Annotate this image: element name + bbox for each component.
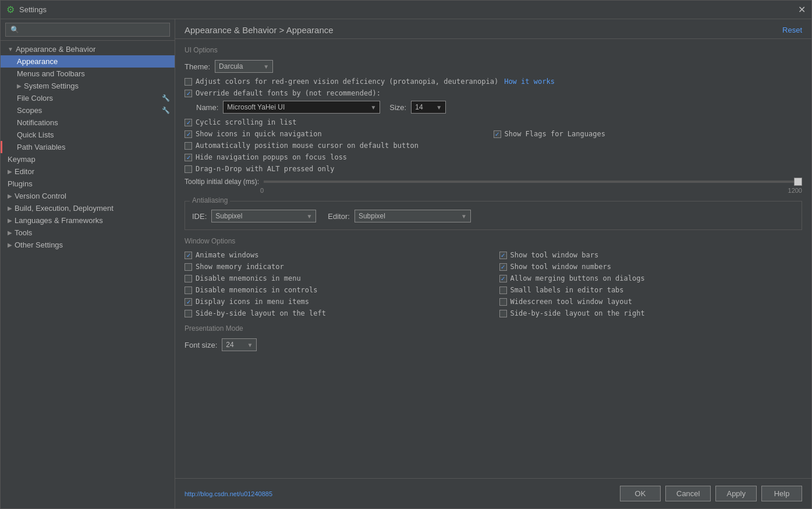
expand-arrow: ▶ — [17, 83, 22, 89]
sidebar-item-tools[interactable]: ▶ Tools — [1, 227, 175, 239]
sidebar-item-appearance[interactable]: Appearance — [1, 55, 175, 68]
sidebar-item-quick-lists[interactable]: Quick Lists — [1, 129, 175, 141]
ok-button[interactable]: OK — [620, 486, 661, 501]
reset-link[interactable]: Reset — [782, 26, 802, 34]
sidebar-item-scopes[interactable]: Scopes 🔧 — [1, 104, 175, 116]
merging-buttons-row[interactable]: ✓ Allow merging buttons on dialogs — [499, 274, 803, 282]
font-size-value: 14 — [415, 103, 423, 111]
drag-drop-checkbox[interactable] — [185, 165, 192, 173]
display-icons-label: Display icons in menu items — [196, 298, 309, 306]
hide-nav-row[interactable]: ✓ Hide navigation popups on focus loss — [185, 153, 802, 161]
animate-row[interactable]: ✓ Animate windows — [185, 251, 488, 259]
editor-dropdown[interactable]: Subpixel ▼ — [354, 210, 471, 222]
side-right-checkbox[interactable] — [499, 310, 507, 317]
sidebar-item-languages[interactable]: ▶ Languages & Frameworks — [1, 214, 175, 227]
sidebar-item-keymap[interactable]: Keymap — [1, 153, 175, 165]
theme-label: Theme: — [185, 62, 210, 71]
footer: http://blog.csdn.net/u01240885 OK Cancel… — [175, 478, 811, 508]
memory-row[interactable]: Show memory indicator — [185, 263, 488, 271]
tool-numbers-row[interactable]: ✓ Show tool window numbers — [499, 263, 803, 271]
sidebar-item-editor[interactable]: ▶ Editor — [1, 165, 175, 178]
sidebar-item-system-settings[interactable]: ▶ System Settings — [1, 80, 175, 92]
sidebar-item-version-control[interactable]: ▶ Version Control — [1, 190, 175, 202]
expand-arrow: ▶ — [8, 168, 12, 175]
show-flags-checkbox[interactable]: ✓ — [494, 130, 501, 138]
ide-dropdown[interactable]: Subpixel ▼ — [211, 210, 316, 222]
redgreen-checkbox-row[interactable]: Adjust colors for red-green vision defic… — [185, 77, 802, 86]
memory-checkbox[interactable] — [185, 263, 192, 271]
close-button[interactable]: ✕ — [798, 4, 806, 15]
small-labels-checkbox[interactable] — [499, 287, 507, 294]
sidebar-item-other-settings[interactable]: ▶ Other Settings — [1, 239, 175, 251]
side-right-row[interactable]: Side-by-side layout on the right — [499, 309, 803, 317]
search-input[interactable] — [5, 23, 170, 37]
font-name-dropdown[interactable]: Microsoft YaHei UI ▼ — [223, 101, 380, 114]
sidebar-item-notifications[interactable]: Notifications — [1, 116, 175, 129]
disable-mnemonics-controls-checkbox[interactable] — [185, 287, 192, 294]
theme-dropdown[interactable]: Darcula ▼ — [215, 60, 273, 73]
expand-arrow: ▶ — [8, 193, 12, 199]
tool-bars-row[interactable]: ✓ Show tool window bars — [499, 251, 803, 259]
icons-flags-row: ✓ Show icons in quick navigation ✓ Show … — [185, 130, 802, 138]
presentation-font-dropdown[interactable]: 24 ▼ — [222, 338, 257, 351]
tool-numbers-label: Show tool window numbers — [510, 263, 611, 271]
display-icons-row[interactable]: ✓ Display icons in menu items — [185, 298, 488, 306]
animate-checkbox[interactable]: ✓ — [185, 252, 192, 259]
tool-bars-checkbox[interactable]: ✓ — [499, 252, 507, 259]
sidebar-item-label: Other Settings — [15, 241, 63, 249]
disable-mnemonics-controls-row[interactable]: Disable mnemonics in controls — [185, 286, 488, 294]
widescreen-row[interactable]: Widescreen tool window layout — [499, 298, 803, 306]
drag-drop-row[interactable]: Drag-n-Drop with ALT pressed only — [185, 165, 802, 173]
sidebar: ▼ Appearance & Behavior Appearance Menus… — [1, 19, 175, 508]
disable-mnemonics-menu-row[interactable]: Disable mnemonics in menu — [185, 274, 488, 282]
font-size-arrow-icon: ▼ — [436, 104, 442, 111]
slider-thumb[interactable] — [794, 178, 802, 186]
auto-mouse-checkbox[interactable] — [185, 142, 192, 150]
disable-mnemonics-menu-checkbox[interactable] — [185, 275, 192, 282]
ui-options-title: UI Options — [185, 46, 802, 54]
presentation-font-value: 24 — [226, 341, 233, 349]
sidebar-item-path-variables[interactable]: Path Variables — [1, 141, 175, 153]
cancel-button[interactable]: Cancel — [665, 486, 711, 501]
small-labels-row[interactable]: Small labels in editor tabs — [499, 286, 803, 294]
cyclic-scroll-row[interactable]: ✓ Cyclic scrolling in list — [185, 118, 802, 126]
tool-numbers-checkbox[interactable]: ✓ — [499, 263, 507, 271]
widescreen-checkbox[interactable] — [499, 298, 507, 306]
hide-nav-checkbox[interactable]: ✓ — [185, 154, 192, 161]
redgreen-checkbox[interactable] — [185, 78, 192, 86]
sidebar-item-appearance-behavior[interactable]: ▼ Appearance & Behavior — [1, 43, 175, 55]
override-fonts-checkbox[interactable]: ✓ — [185, 90, 192, 97]
font-size-label: Size: — [389, 103, 406, 112]
side-left-label: Side-by-side layout on the left — [196, 309, 326, 317]
show-icons-row[interactable]: ✓ Show icons in quick navigation — [185, 130, 494, 138]
auto-mouse-row[interactable]: Automatically position mouse cursor on d… — [185, 142, 802, 150]
tooltip-slider[interactable] — [264, 181, 802, 183]
show-icons-checkbox[interactable]: ✓ — [185, 130, 192, 138]
font-size-dropdown[interactable]: 14 ▼ — [411, 101, 446, 114]
side-left-row[interactable]: Side-by-side layout on the left — [185, 309, 488, 317]
sidebar-item-plugins[interactable]: Plugins — [1, 178, 175, 190]
apply-button[interactable]: Apply — [715, 486, 757, 501]
window-options-section: Window Options ✓ Animate windows Show me… — [185, 237, 802, 317]
tooltip-max: 1200 — [788, 187, 802, 194]
animate-label: Animate windows — [196, 251, 258, 259]
display-icons-checkbox[interactable]: ✓ — [185, 298, 192, 306]
override-fonts-checkbox-row[interactable]: ✓ Override default fonts by (not recomme… — [185, 89, 802, 97]
settings-window: ⚙ Settings ✕ ▼ Appearance & Behavior App… — [0, 0, 812, 509]
window-options-title: Window Options — [185, 237, 802, 245]
show-flags-label: Show Flags for Languages — [505, 130, 605, 138]
antialiasing-section: Antialiasing IDE: Subpixel ▼ Editor: Sub… — [185, 201, 802, 230]
sidebar-item-menus-toolbars[interactable]: Menus and Toolbars — [1, 68, 175, 80]
side-left-checkbox[interactable] — [185, 310, 192, 317]
sidebar-item-file-colors[interactable]: File Colors 🔧 — [1, 92, 175, 104]
cyclic-scroll-checkbox[interactable]: ✓ — [185, 119, 192, 126]
help-button[interactable]: Help — [761, 486, 802, 501]
sidebar-tree: ▼ Appearance & Behavior Appearance Menus… — [1, 41, 175, 508]
window-options-grid: ✓ Animate windows Show memory indicator … — [185, 251, 802, 317]
how-it-works-link[interactable]: How it works — [504, 77, 555, 86]
show-flags-row[interactable]: ✓ Show Flags for Languages — [494, 130, 803, 138]
merging-buttons-checkbox[interactable]: ✓ — [499, 275, 507, 282]
sidebar-item-build-execution[interactable]: ▶ Build, Execution, Deployment — [1, 202, 175, 214]
ide-dropdown-arrow-icon: ▼ — [306, 213, 312, 220]
expand-arrow: ▶ — [8, 229, 12, 236]
